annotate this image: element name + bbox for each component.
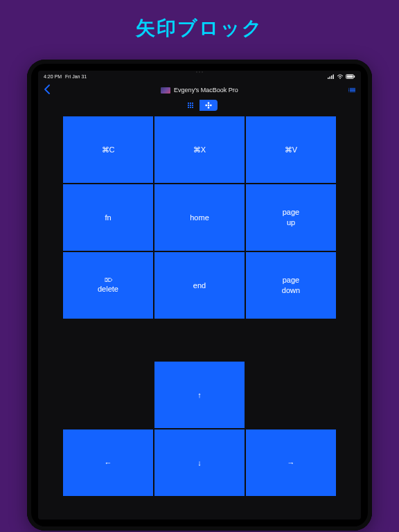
- svg-point-4: [339, 77, 341, 78]
- svg-rect-3: [333, 74, 335, 79]
- segment-0[interactable]: [181, 100, 200, 111]
- svg-rect-17: [208, 103, 209, 104]
- svg-rect-0: [328, 78, 329, 79]
- svg-rect-2: [331, 76, 332, 79]
- svg-rect-14: [188, 107, 189, 108]
- key-home[interactable]: home: [154, 184, 245, 251]
- key-arrow-down[interactable]: ↓: [154, 429, 245, 496]
- wifi-icon: [337, 74, 344, 79]
- svg-rect-16: [192, 107, 193, 108]
- page-title: 矢印ブロック: [136, 15, 263, 42]
- key-cmd-v[interactable]: ⌘V: [246, 116, 336, 183]
- svg-rect-10: [192, 103, 193, 104]
- back-button[interactable]: [44, 85, 51, 96]
- svg-rect-7: [354, 76, 355, 78]
- svg-rect-19: [208, 105, 209, 106]
- nav-title: Evgeny's MacBook Pro: [174, 87, 238, 94]
- key-page-up[interactable]: pageup: [246, 184, 336, 251]
- key-delete[interactable]: ⌦ delete: [63, 252, 153, 319]
- segment-1[interactable]: [200, 100, 218, 111]
- svg-rect-20: [210, 105, 211, 106]
- status-time: 4:20 PM: [44, 74, 62, 79]
- signal-icon: [328, 74, 335, 79]
- svg-rect-12: [190, 105, 191, 106]
- key-arrow-up[interactable]: ↑: [154, 362, 245, 428]
- nav-bar: Evgeny's MacBook Pro: [38, 82, 361, 98]
- key-fn[interactable]: fn: [63, 184, 153, 251]
- key-arrow-right[interactable]: →: [246, 429, 336, 496]
- svg-rect-18: [206, 105, 207, 106]
- key-grid-arrows: ↑ ← ↓ →: [63, 362, 336, 496]
- svg-rect-1: [330, 76, 331, 79]
- key-grid-shortcuts: ⌘C ⌘X ⌘V fn home pageup ⌦ delete end pag…: [63, 116, 336, 319]
- svg-rect-13: [192, 105, 193, 106]
- svg-rect-9: [190, 103, 191, 104]
- svg-rect-21: [208, 107, 209, 108]
- device-frame: 4:20 PM Fri Jan 31 Evgeny': [27, 60, 372, 531]
- blank: [246, 362, 336, 428]
- key-cmd-x[interactable]: ⌘X: [154, 116, 245, 183]
- list-icon[interactable]: [348, 88, 356, 93]
- blank: [63, 362, 153, 428]
- status-date: Fri Jan 31: [65, 74, 87, 79]
- key-end[interactable]: end: [154, 252, 245, 319]
- key-page-down[interactable]: pagedown: [246, 252, 336, 319]
- segmented-control[interactable]: [181, 100, 218, 111]
- key-arrow-left[interactable]: ←: [63, 429, 153, 496]
- svg-rect-11: [188, 105, 189, 106]
- key-cmd-c[interactable]: ⌘C: [63, 116, 153, 183]
- host-icon: [161, 87, 170, 94]
- screen: 4:20 PM Fri Jan 31 Evgeny': [38, 71, 361, 520]
- battery-icon: [346, 74, 355, 79]
- camera-dots: [193, 71, 206, 74]
- svg-rect-8: [188, 103, 189, 104]
- content: ⌘C ⌘X ⌘V fn home pageup ⌦ delete end pag…: [38, 116, 361, 520]
- svg-rect-6: [347, 75, 353, 78]
- svg-rect-15: [190, 107, 191, 108]
